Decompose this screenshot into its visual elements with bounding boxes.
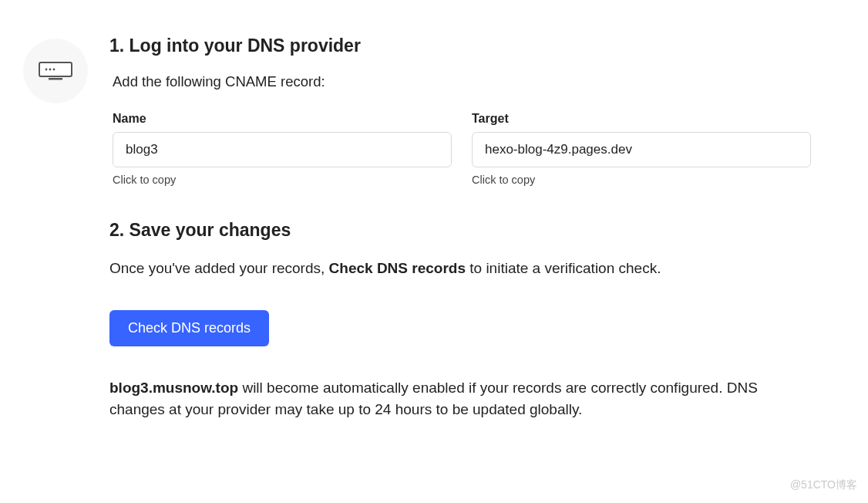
field-name-label: Name (113, 112, 452, 126)
field-target-hint: Click to copy (472, 174, 811, 186)
watermark: @51CTO博客 (790, 478, 857, 492)
svg-point-1 (45, 69, 48, 71)
router-icon (38, 58, 73, 84)
dns-router-icon (23, 39, 88, 103)
field-name: Name blog3 Click to copy (113, 112, 452, 186)
svg-rect-0 (39, 62, 72, 76)
step2-note: blog3.musnow.top will become automatical… (109, 377, 811, 421)
step2-instruction-post: to initiate a verification check. (466, 260, 661, 276)
svg-rect-4 (49, 78, 62, 80)
field-name-hint: Click to copy (113, 174, 452, 186)
svg-point-2 (49, 69, 52, 71)
field-target: Target hexo-blog-4z9.pages.dev Click to … (472, 112, 811, 186)
svg-point-3 (53, 69, 56, 71)
check-dns-records-button[interactable]: Check DNS records (109, 310, 269, 346)
cname-fields: Name blog3 Click to copy Target hexo-blo… (113, 112, 811, 186)
field-name-value[interactable]: blog3 (113, 132, 452, 167)
step2-instruction-bold: Check DNS records (329, 260, 466, 276)
step2-instruction-pre: Once you've added your records, (109, 260, 329, 276)
field-target-value[interactable]: hexo-blog-4z9.pages.dev (472, 132, 811, 167)
field-target-label: Target (472, 112, 811, 126)
step1-instruction: Add the following CNAME record: (113, 73, 811, 90)
step2-title: 2. Save your changes (109, 220, 811, 241)
step-icon-column (23, 35, 88, 421)
step1-title: 1. Log into your DNS provider (109, 35, 811, 56)
step2-instruction: Once you've added your records, Check DN… (109, 258, 811, 279)
step2-note-domain: blog3.musnow.top (109, 380, 238, 396)
